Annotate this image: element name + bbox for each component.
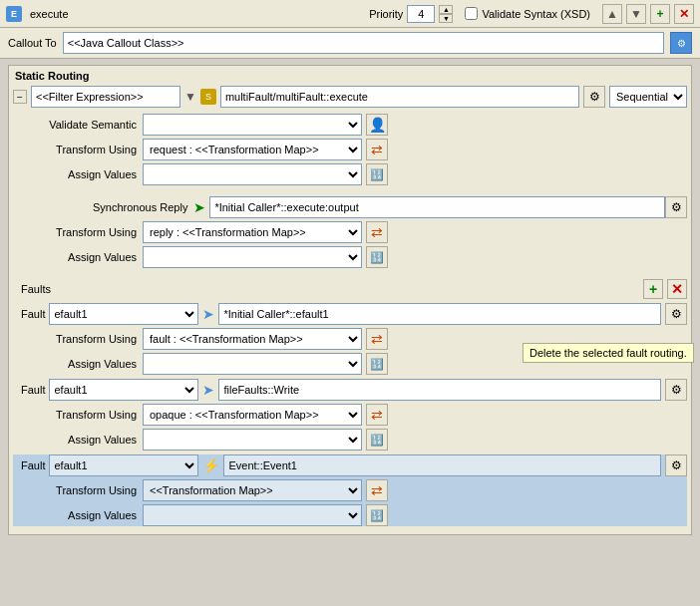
fault-assign-row-1: Assign Values 🔢 [13,353,687,375]
fault-row-3: Fault efault1 ⚡ ⚙ [13,454,687,476]
sync-assign-btn[interactable]: 🔢 [366,246,388,268]
main-content: Static Routing − ▼ S ⚙ Sequential Valida… [0,59,700,605]
toolbar-buttons: ▲ ▼ + ✕ [602,4,694,24]
synchronous-reply-input[interactable] [209,196,665,218]
fault-arrow-icon-2: ➤ [202,382,214,398]
fault-gear-btn-2[interactable]: ⚙ [665,379,687,401]
sync-reply-gear-button[interactable]: ⚙ [665,196,687,218]
sync-transform-btn[interactable]: ⇄ [366,221,388,243]
add-button[interactable]: + [650,4,670,24]
app-icon: E [6,6,22,22]
fault-gear-btn-1[interactable]: ⚙ [665,303,687,325]
fault-assign-row-2: Assign Values 🔢 [13,429,687,451]
validate-syntax-label: Validate Syntax (XSD) [482,8,590,20]
sync-reply-arrow-icon: ➤ [193,199,205,215]
fault-transform-btn-1[interactable]: ⇄ [366,328,388,350]
fault-assign-btn-3[interactable]: 🔢 [366,504,388,526]
fault-block-3: Fault efault1 ⚡ ⚙ Transform Using <<Tran… [13,454,687,526]
fault-row-2: Fault efault1 ➤ ⚙ [13,379,687,401]
sync-transform-using-row: Transform Using reply : <<Transformation… [13,221,687,243]
validate-semantic-select[interactable] [143,114,362,136]
fault-input-3[interactable] [223,454,661,476]
fault-transform-icon-1: ⇄ [371,331,383,347]
fault-transform-label-2: Transform Using [23,409,143,421]
fault-select-1[interactable]: efault1 [49,303,198,325]
delete-button[interactable]: ✕ [674,4,694,24]
fault-event-icon-3: ⚡ [202,457,219,473]
faults-label: Faults [21,283,643,295]
sync-assign-values-row: Assign Values 🔢 [13,246,687,268]
move-up-button[interactable]: ▲ [602,4,622,24]
validate-semantic-btn[interactable]: 👤 [366,114,388,136]
fault-transform-select-2[interactable]: opaque : <<Transformation Map>> [143,404,362,426]
validate-syntax-checkbox[interactable] [465,7,478,20]
fault-assign-icon-2: 🔢 [370,434,384,447]
priority-input[interactable] [407,5,435,23]
synchronous-reply-row: Synchronous Reply ➤ ⚙ [13,196,687,218]
faults-delete-button[interactable]: ✕ [667,279,687,299]
fault-assign-btn-1[interactable]: 🔢 [366,353,388,375]
priority-up-btn[interactable]: ▲ [439,5,453,14]
person-icon: 👤 [369,117,386,133]
filter-expression-input[interactable] [31,86,180,108]
fault-assign-select-2[interactable] [143,429,362,451]
priority-down-btn[interactable]: ▼ [439,14,453,23]
filter-row: − ▼ S ⚙ Sequential [13,86,687,108]
fault-transform-row-2: Transform Using opaque : <<Transformatio… [13,404,687,426]
window-title: execute [30,8,69,20]
fault-transform-label-1: Transform Using [23,333,143,345]
fault-select-2[interactable]: efault1 [49,379,198,401]
fault-block-2: Fault efault1 ➤ ⚙ Transform Using opaque… [13,379,687,451]
transform-using-select[interactable]: request : <<Transformation Map>> [143,139,362,160]
priority-section: Priority ▲ ▼ Validate Syntax (XSD) ▲ ▼ +… [369,4,694,24]
move-down-button[interactable]: ▼ [626,4,646,24]
priority-spinner: ▲ ▼ [439,5,453,23]
fault-transform-btn-3[interactable]: ⇄ [366,479,388,501]
faults-add-button[interactable]: + [643,279,663,299]
assign-values-row: Assign Values 🔢 [13,163,687,185]
fault-select-3[interactable]: efault1 [49,454,198,476]
title-bar: E execute Priority ▲ ▼ Validate Syntax (… [0,0,700,28]
callout-row: Callout To ⚙ [0,28,700,59]
sync-assign-icon: 🔢 [370,251,384,264]
fault-assign-icon-1: 🔢 [370,358,384,371]
transform-using-row: Transform Using request : <<Transformati… [13,139,687,160]
fault-input-2[interactable] [218,379,661,401]
service-path-input[interactable] [220,86,579,108]
fault-label-2: Fault [21,384,45,396]
validate-syntax-checkbox-row: Validate Syntax (XSD) [465,7,590,20]
fault-gear-btn-3[interactable]: ⚙ [665,454,687,476]
service-gear-button[interactable]: ⚙ [583,86,605,108]
fault-assign-select-3[interactable] [143,504,362,526]
fault-transform-select-3[interactable]: <<Transformation Map>> [143,479,362,501]
static-routing-group: Static Routing − ▼ S ⚙ Sequential Valida… [8,65,692,535]
fault-transform-row-1: Transform Using fault : <<Transformation… [13,328,687,350]
transform-using-label: Transform Using [23,144,143,155]
fault-assign-label-1: Assign Values [23,358,143,370]
fault-assign-icon-3: 🔢 [370,509,384,522]
callout-label: Callout To [8,37,57,49]
callout-input[interactable] [63,32,664,54]
fault-transform-select-1[interactable]: fault : <<Transformation Map>> [143,328,362,350]
service-icon: S [200,89,216,105]
assign-values-btn[interactable]: 🔢 [366,163,388,185]
assign-icon: 🔢 [370,168,384,181]
fault-assign-select-1[interactable] [143,353,362,375]
callout-browse-button[interactable]: ⚙ [670,32,692,54]
fault-assign-label-3: Assign Values [23,509,143,521]
fault-assign-row-3: Assign Values 🔢 [13,504,687,526]
collapse-button[interactable]: − [13,90,27,104]
sync-transform-using-select[interactable]: reply : <<Transformation Map>> [143,221,362,243]
assign-values-select[interactable] [143,163,362,185]
sync-assign-values-select[interactable] [143,246,362,268]
validate-semantic-label: Validate Semantic [23,119,143,131]
sync-assign-values-label: Assign Values [23,251,143,263]
sequential-select[interactable]: Sequential [609,86,687,108]
fault-input-1[interactable] [218,303,661,325]
fault-transform-icon-3: ⇄ [371,482,383,498]
fault-transform-btn-2[interactable]: ⇄ [366,404,388,426]
fault-assign-btn-2[interactable]: 🔢 [366,429,388,451]
transform-using-btn[interactable]: ⇄ [366,139,388,160]
filter-icon: ▼ [184,90,196,104]
fault-label-3: Fault [21,459,45,471]
